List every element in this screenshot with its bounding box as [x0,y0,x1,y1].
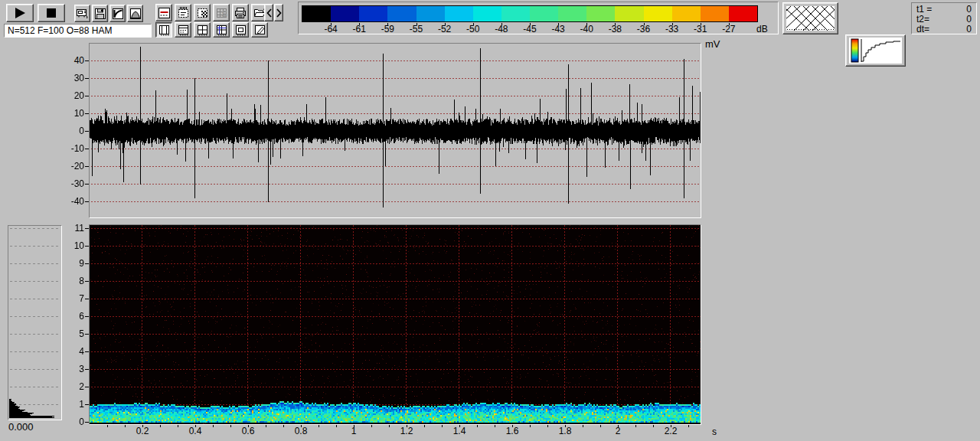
axis-tick [354,425,354,427]
tool-toolbar: S [155,4,268,21]
axis-tick [653,425,654,427]
axis-tick [618,425,619,427]
axis-tick [85,131,89,132]
layout-waveform-button[interactable] [155,22,172,38]
next-button[interactable] [274,4,283,21]
colorbar-segment [644,6,672,21]
colorbar-segment [473,6,501,21]
axis-tick [248,425,249,427]
colorbar-tick-label: -59 [374,24,400,34]
axis-tick [160,425,161,427]
palette-curve-button[interactable] [845,34,906,67]
audio-device-button[interactable] [74,5,90,22]
colorbar-tick-label: -40 [573,24,599,34]
transfer-function-button[interactable] [109,5,126,22]
axis-tick [318,425,319,427]
edit-button[interactable] [251,22,268,38]
spectrogram-checker-icon [196,7,209,19]
transport-toolbar [6,4,65,22]
colorbar-tick-label: -48 [488,24,514,34]
waveform-ytick-label: -20 [58,162,84,172]
window-function-button[interactable] [127,5,143,22]
svg-text:S: S [221,8,227,18]
spectrogram-xtick-label: 2.2 [655,426,686,436]
colorbar-tick-label: -31 [688,24,714,34]
chevron-right-icon [276,8,283,18]
dt-label: dt= [916,24,929,34]
axis-tick [85,299,89,299]
layout-quad-button[interactable] [194,22,211,38]
axis-tick [283,425,284,427]
colorbar-segment [615,6,643,21]
grid-s-icon: S [215,7,228,19]
axis-tick [85,246,89,247]
colorbar-segment [387,6,416,21]
axis-tick [85,369,89,370]
spectrogram-x-unit-label: s [712,426,717,437]
spectrogram-ytick-label: 5 [58,329,84,339]
spectrogram-xtick-label: 1 [338,426,369,436]
print-button[interactable] [232,4,249,21]
axis-tick [85,201,89,202]
axis-tick [230,425,231,427]
layout-vertical-icon [158,24,171,36]
colorbar-segment [359,6,387,21]
colorbar-tick-label: -55 [403,24,430,34]
axis-tick [107,425,108,427]
save-button[interactable] [92,5,108,22]
record-segment-icon [158,7,171,19]
axis-tick [671,425,671,427]
colorbar-segment [701,6,729,21]
analysis-settings-button[interactable] [175,4,191,21]
spectrogram-canvas[interactable] [90,225,701,424]
waveform-ytick-label: -30 [58,179,84,189]
waveform-canvas[interactable] [90,44,701,217]
stop-button[interactable] [38,4,65,22]
colorbar-segment [530,6,558,21]
hatch-pattern-button[interactable] [782,2,838,34]
axis-tick [565,425,566,427]
axis-tick [195,425,196,427]
axis-tick [635,425,636,427]
layout-header-icon [177,24,190,36]
axis-tick [407,425,407,427]
colorbar-segment [501,6,530,21]
axis-tick [688,425,689,427]
axis-tick [85,316,89,317]
arrow-toolbar [264,4,283,21]
axis-tick [85,263,89,264]
spectrogram-ytick-label: 11 [58,224,84,234]
prev-button[interactable] [264,4,273,21]
axis-tick [178,425,178,427]
colorbar-segment [302,6,331,21]
axis-tick [389,425,390,427]
spectrogram-xtick-label: 0.2 [127,426,158,436]
spectrogram-xtick-label: 2 [603,426,633,436]
layout-header-button[interactable] [175,22,191,38]
edit-pencil-icon [253,24,266,36]
layout-quad-cursor-button[interactable] [213,22,230,38]
layout-quad-icon [196,24,209,36]
axis-tick [85,96,89,96]
layout-inset-button[interactable] [232,22,249,38]
colorbar-tick-label: -27 [716,24,742,34]
play-button[interactable] [6,4,34,22]
colorbar-tick-label: -36 [631,24,657,34]
colorbar-panel: dB -64-61-59-55-52-50-48-45-43-40-38-36-… [298,2,779,34]
dt-value: 0 [966,24,972,34]
colorbar-segment [416,6,445,21]
hatch-pattern-icon [786,6,835,31]
axis-tick [85,149,89,149]
spectrogram-panel [89,224,701,425]
axis-tick [512,425,513,427]
record-segment-button[interactable] [155,4,172,21]
axis-tick [85,281,89,282]
spectrogram-xtick-label: 1.4 [444,426,475,436]
colorbar-tick-label: -43 [545,24,571,34]
colorbar-tick-label: -52 [432,24,458,34]
spectrogram-xtick-label: 1.8 [550,426,580,436]
spectrogram-display-button[interactable] [194,4,211,21]
palette-curve-icon [849,38,902,64]
waveform-panel [89,43,701,218]
axis-tick [530,425,531,427]
